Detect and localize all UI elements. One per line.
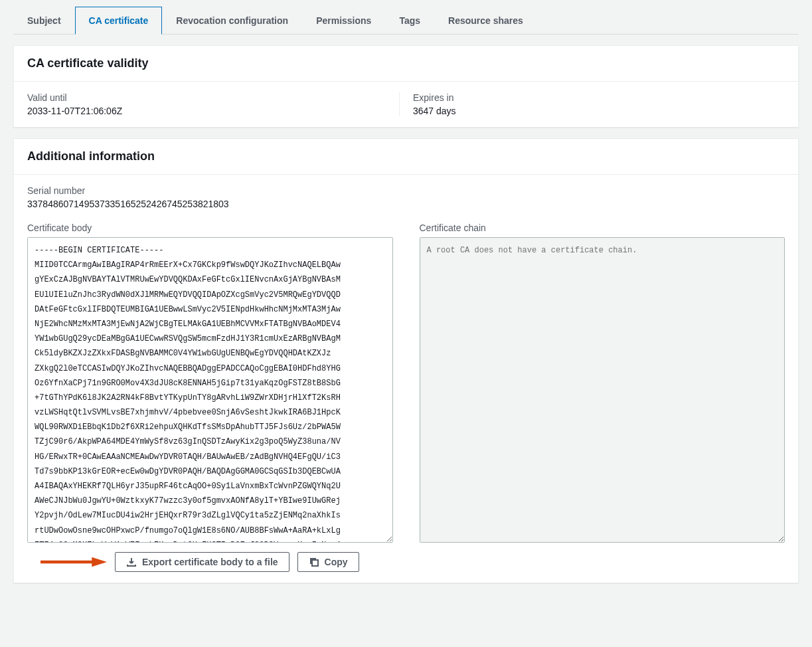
certificate-body-label: Certificate body bbox=[27, 223, 393, 233]
download-icon bbox=[126, 557, 137, 567]
tabs-bar: Subject CA certificate Revocation config… bbox=[13, 7, 799, 35]
serial-number-label: Serial number bbox=[27, 185, 785, 196]
expires-in-value: 3647 days bbox=[413, 106, 771, 116]
svg-rect-2 bbox=[312, 560, 318, 566]
svg-marker-1 bbox=[92, 557, 107, 567]
valid-until-label: Valid until bbox=[27, 92, 386, 103]
tab-revocation-configuration[interactable]: Revocation configuration bbox=[162, 7, 302, 34]
export-button-label: Export certificate body to a file bbox=[142, 557, 278, 567]
valid-until-value: 2033-11-07T21:06:06Z bbox=[27, 106, 386, 116]
copy-button-label: Copy bbox=[325, 557, 348, 567]
certificate-chain-label: Certificate chain bbox=[420, 223, 785, 233]
validity-panel-title: CA certificate validity bbox=[27, 56, 785, 70]
tab-ca-certificate[interactable]: CA certificate bbox=[75, 7, 163, 35]
copy-icon bbox=[309, 557, 319, 567]
certificate-chain-textarea[interactable] bbox=[420, 237, 785, 543]
tab-tags[interactable]: Tags bbox=[385, 7, 434, 34]
export-certificate-button[interactable]: Export certificate body to a file bbox=[115, 552, 289, 572]
additional-info-panel: Additional information Serial number 337… bbox=[13, 138, 799, 583]
expires-in-label: Expires in bbox=[413, 92, 771, 103]
additional-info-title: Additional information bbox=[27, 149, 785, 163]
serial-number-value: 337848607149537335165252426745253821803 bbox=[27, 199, 785, 209]
validity-panel: CA certificate validity Valid until 2033… bbox=[13, 45, 799, 128]
tab-subject[interactable]: Subject bbox=[13, 7, 75, 34]
copy-button[interactable]: Copy bbox=[297, 552, 359, 572]
certificate-body-textarea[interactable] bbox=[27, 237, 393, 543]
tab-resource-shares[interactable]: Resource shares bbox=[434, 7, 537, 34]
arrow-annotation-icon bbox=[27, 555, 107, 569]
tab-permissions[interactable]: Permissions bbox=[302, 7, 385, 34]
